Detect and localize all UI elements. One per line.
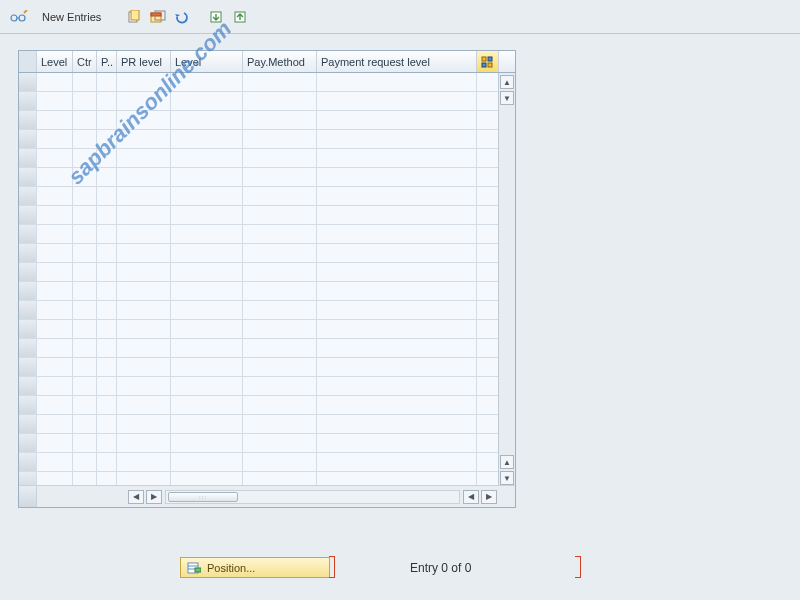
position-button[interactable]: Position...	[180, 557, 330, 578]
row-selector[interactable]	[19, 187, 37, 205]
table-cell[interactable]	[317, 434, 477, 452]
table-row[interactable]	[19, 187, 515, 206]
table-row[interactable]	[19, 320, 515, 339]
table-cell[interactable]	[37, 244, 73, 262]
table-cell[interactable]	[117, 187, 171, 205]
table-cell[interactable]	[317, 73, 477, 91]
table-cell[interactable]	[73, 301, 97, 319]
table-cell[interactable]	[117, 434, 171, 452]
table-cell[interactable]	[243, 339, 317, 357]
table-cell[interactable]	[73, 73, 97, 91]
table-cell[interactable]	[117, 149, 171, 167]
row-selector[interactable]	[19, 130, 37, 148]
table-cell[interactable]	[97, 320, 117, 338]
table-cell[interactable]	[477, 111, 499, 129]
table-cell[interactable]	[317, 282, 477, 300]
column-header-prlevel[interactable]: PR level	[117, 51, 171, 72]
table-cell[interactable]	[117, 225, 171, 243]
table-cell[interactable]	[171, 282, 243, 300]
table-cell[interactable]	[243, 225, 317, 243]
row-selector[interactable]	[19, 377, 37, 395]
row-selector[interactable]	[19, 73, 37, 91]
row-selector[interactable]	[19, 301, 37, 319]
table-cell[interactable]	[117, 301, 171, 319]
scroll-down-bottom-icon[interactable]: ▼	[500, 471, 514, 485]
hscroll-right-icon[interactable]: ▶	[146, 490, 162, 504]
table-cell[interactable]	[73, 92, 97, 110]
row-selector[interactable]	[19, 225, 37, 243]
table-cell[interactable]	[117, 377, 171, 395]
table-row[interactable]	[19, 301, 515, 320]
export-icon[interactable]	[231, 8, 249, 26]
table-row[interactable]	[19, 73, 515, 92]
table-cell[interactable]	[477, 263, 499, 281]
table-cell[interactable]	[73, 225, 97, 243]
table-cell[interactable]	[37, 111, 73, 129]
row-selector[interactable]	[19, 149, 37, 167]
table-cell[interactable]	[477, 225, 499, 243]
row-selector[interactable]	[19, 415, 37, 433]
table-cell[interactable]	[171, 453, 243, 471]
table-cell[interactable]	[171, 301, 243, 319]
table-cell[interactable]	[477, 320, 499, 338]
table-cell[interactable]	[117, 453, 171, 471]
table-cell[interactable]	[477, 358, 499, 376]
table-cell[interactable]	[477, 415, 499, 433]
table-cell[interactable]	[243, 111, 317, 129]
table-cell[interactable]	[317, 396, 477, 414]
table-cell[interactable]	[73, 320, 97, 338]
row-selector[interactable]	[19, 358, 37, 376]
table-cell[interactable]	[243, 149, 317, 167]
table-cell[interactable]	[73, 434, 97, 452]
table-cell[interactable]	[97, 92, 117, 110]
table-cell[interactable]	[243, 244, 317, 262]
table-row[interactable]	[19, 415, 515, 434]
table-cell[interactable]	[317, 358, 477, 376]
table-cell[interactable]	[171, 130, 243, 148]
table-cell[interactable]	[37, 225, 73, 243]
scroll-up-bottom-icon[interactable]: ▲	[500, 455, 514, 469]
hscroll-track[interactable]: :::	[165, 490, 460, 504]
table-cell[interactable]	[37, 73, 73, 91]
table-cell[interactable]	[171, 225, 243, 243]
table-cell[interactable]	[117, 263, 171, 281]
table-row[interactable]	[19, 92, 515, 111]
table-cell[interactable]	[37, 320, 73, 338]
new-entries-button[interactable]: New Entries	[34, 9, 109, 25]
table-row[interactable]	[19, 206, 515, 225]
table-cell[interactable]	[37, 168, 73, 186]
table-cell[interactable]	[37, 149, 73, 167]
table-row[interactable]	[19, 396, 515, 415]
table-cell[interactable]	[243, 358, 317, 376]
table-cell[interactable]	[117, 396, 171, 414]
table-cell[interactable]	[171, 244, 243, 262]
table-cell[interactable]	[73, 168, 97, 186]
row-selector[interactable]	[19, 244, 37, 262]
table-cell[interactable]	[97, 206, 117, 224]
table-cell[interactable]	[117, 358, 171, 376]
table-settings-icon[interactable]	[477, 51, 499, 72]
table-cell[interactable]	[477, 130, 499, 148]
select-all-header[interactable]	[19, 51, 37, 72]
table-cell[interactable]	[97, 434, 117, 452]
table-cell[interactable]	[117, 206, 171, 224]
table-row[interactable]	[19, 282, 515, 301]
table-cell[interactable]	[97, 225, 117, 243]
table-cell[interactable]	[117, 92, 171, 110]
table-cell[interactable]	[97, 263, 117, 281]
table-cell[interactable]	[477, 377, 499, 395]
table-row[interactable]	[19, 453, 515, 472]
table-row[interactable]	[19, 225, 515, 244]
table-cell[interactable]	[37, 92, 73, 110]
table-cell[interactable]	[317, 187, 477, 205]
table-cell[interactable]	[97, 187, 117, 205]
table-cell[interactable]	[243, 377, 317, 395]
table-cell[interactable]	[97, 244, 117, 262]
table-cell[interactable]	[97, 73, 117, 91]
row-selector[interactable]	[19, 434, 37, 452]
table-cell[interactable]	[97, 168, 117, 186]
table-cell[interactable]	[317, 415, 477, 433]
row-selector[interactable]	[19, 111, 37, 129]
table-cell[interactable]	[117, 73, 171, 91]
table-cell[interactable]	[243, 434, 317, 452]
